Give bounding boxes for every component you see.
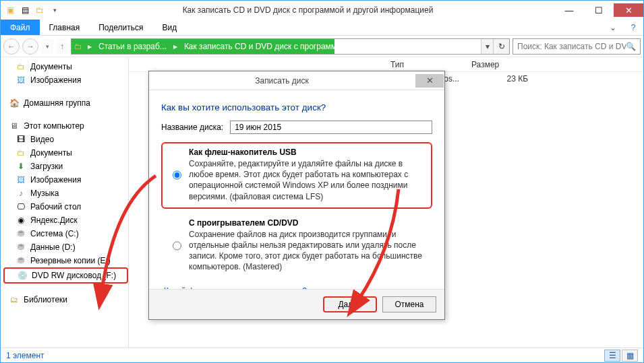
option-usb-desc: Сохраняйте, редактируйте и удаляйте файл…: [189, 158, 424, 202]
nav-recent-dropdown[interactable]: ▾: [41, 39, 53, 54]
option-cd-group: С проигрывателем CD/DVD Сохранение файло…: [161, 213, 432, 279]
nav-back-button[interactable]: ←: [3, 38, 20, 55]
tab-view[interactable]: Вид: [152, 20, 186, 35]
dialog-heading: Как вы хотите использовать этот диск?: [161, 102, 432, 112]
explorer-window: ▣ ▤ 🗀 ▾ Как записать CD и DVD диск с про…: [0, 0, 644, 363]
statusbar: 1 элемент ☰ ▦: [1, 348, 643, 362]
computer-icon: 🖥: [9, 121, 20, 131]
app-icon: ▣: [3, 3, 17, 17]
tree-item-pictures2[interactable]: 🖼Изображения: [3, 173, 128, 187]
nav-forward-button[interactable]: →: [22, 38, 38, 55]
tree-item-documents2[interactable]: 🗀Документы: [3, 146, 128, 160]
option-cd-radio[interactable]: [173, 219, 181, 273]
search-placeholder: Поиск: Как записать CD и DV...: [517, 42, 626, 51]
nav-up-button[interactable]: ↑: [56, 39, 68, 54]
col-size[interactable]: Размер: [466, 60, 533, 69]
help-icon[interactable]: ?: [623, 20, 643, 35]
music-icon: ♪: [16, 188, 26, 199]
search-input[interactable]: Поиск: Как записать CD и DV... 🔍: [513, 38, 641, 55]
address-dropdown-icon[interactable]: ▾: [481, 39, 493, 54]
address-bar[interactable]: 🗀 ▸ Статьи в разраб... ▸ Как записать CD…: [71, 38, 510, 55]
homegroup-icon: 🏠: [9, 98, 20, 108]
tree-item-downloads[interactable]: ⬇Загрузки: [3, 160, 128, 173]
tree-item-drive-d[interactable]: ⛃Данные (D:): [3, 240, 128, 254]
ribbon-expand-icon[interactable]: ⌄: [603, 20, 623, 35]
tree-item-yandexdisk[interactable]: ◉Яндекс.Диск: [3, 213, 128, 227]
option-usb-radio[interactable]: [173, 148, 181, 202]
folder-icon: 🗀: [16, 147, 26, 158]
drive-icon: ⛃: [16, 242, 26, 253]
column-headers: Тип Размер: [129, 57, 643, 72]
search-icon: 🔍: [626, 42, 636, 51]
tree-item-libraries[interactable]: 🗂Библиотеки: [3, 293, 128, 306]
refresh-button[interactable]: ↻: [493, 39, 509, 54]
next-button[interactable]: Далее: [323, 296, 377, 312]
breadcrumb-sep-icon[interactable]: ▸: [85, 39, 94, 54]
tree-item-documents[interactable]: 🗀Документы: [3, 60, 128, 73]
tree-item-music[interactable]: ♪Музыка: [3, 187, 128, 200]
breadcrumb-seg-2[interactable]: Как записать CD и DVD диск с программой …: [180, 39, 334, 54]
dialog-buttons: Далее Отмена: [149, 289, 444, 319]
pictures-icon: 🖼: [16, 75, 26, 86]
status-count: 1 элемент: [6, 351, 45, 360]
maximize-button[interactable]: ☐: [584, 3, 614, 17]
tab-home[interactable]: Главная: [40, 20, 90, 35]
breadcrumb-seg-1[interactable]: Статьи в разраб...: [94, 39, 171, 54]
dialog-titlebar: Записать диск ✕: [149, 71, 444, 90]
folder-icon: 🗀: [16, 61, 26, 72]
ribbon: Файл Главная Поделиться Вид ⌄ ?: [1, 20, 643, 36]
option-usb-group: Как флеш-накопитель USB Сохраняйте, реда…: [161, 142, 432, 209]
tree-item-homegroup[interactable]: 🏠Домашняя группа: [3, 96, 128, 110]
tree-item-drive-e[interactable]: ⛃Резервные копии (E:): [3, 254, 128, 267]
downloads-icon: ⬇: [16, 161, 26, 172]
video-icon: 🎞: [16, 134, 26, 145]
option-usb-title: Как флеш-накопитель USB: [189, 147, 297, 157]
cancel-button[interactable]: Отмена: [382, 296, 436, 312]
dvd-icon: 💿: [17, 270, 28, 281]
pictures-icon: 🖼: [16, 174, 26, 185]
option-cd[interactable]: С проигрывателем CD/DVD Сохранение файло…: [169, 218, 424, 273]
qat-dropdown-icon[interactable]: ▾: [48, 3, 61, 17]
titlebar: ▣ ▤ 🗀 ▾ Как записать CD и DVD диск с про…: [1, 1, 643, 20]
navbar: ← → ▾ ↑ 🗀 ▸ Статьи в разраб... ▸ Как зап…: [1, 36, 643, 57]
desktop-icon: 🖵: [16, 201, 26, 212]
tree-item-video[interactable]: 🎞Видео: [3, 133, 128, 146]
tree-item-pictures[interactable]: 🖼Изображения: [3, 73, 128, 87]
disc-label-row: Название диска:: [161, 121, 432, 134]
minimize-button[interactable]: —: [554, 3, 584, 17]
yadisk-icon: ◉: [16, 215, 26, 226]
breadcrumb-folder-icon: 🗀: [71, 39, 85, 54]
disc-label-input[interactable]: [230, 121, 432, 134]
tree-item-drive-c[interactable]: ⛃Система (C:): [3, 227, 128, 240]
option-cd-title: С проигрывателем CD/DVD: [189, 218, 299, 228]
dialog-close-button[interactable]: ✕: [415, 74, 444, 88]
drive-icon: ⛃: [16, 255, 26, 266]
breadcrumb-sep-icon[interactable]: ▸: [171, 39, 180, 54]
view-details-button[interactable]: ☰: [604, 350, 620, 362]
quick-access-toolbar: ▣ ▤ 🗀 ▾: [3, 3, 61, 17]
window-title: Как записать CD и DVD диск с программой …: [61, 5, 554, 15]
burn-disc-dialog: Записать диск ✕ Как вы хотите использова…: [148, 71, 445, 320]
qat-newfolder-icon[interactable]: 🗀: [33, 3, 47, 17]
tree-item-thispc[interactable]: 🖥Этот компьютер: [3, 119, 128, 133]
drive-icon: ⛃: [16, 228, 26, 239]
tab-share[interactable]: Поделиться: [89, 20, 152, 35]
tree-item-dvd-f[interactable]: 💿DVD RW дисковод (F:): [3, 267, 128, 284]
window-buttons: — ☐ ✕: [554, 3, 643, 17]
file-size: 23 КБ: [466, 74, 533, 84]
dialog-body: Как вы хотите использовать этот диск? На…: [149, 90, 444, 289]
view-icons-button[interactable]: ▦: [622, 350, 638, 362]
dialog-title: Записать диск: [149, 76, 415, 86]
libraries-icon: 🗂: [9, 294, 20, 305]
tab-file[interactable]: Файл: [1, 20, 40, 35]
option-cd-desc: Сохранение файлов на диск производится г…: [189, 229, 424, 273]
col-type[interactable]: Тип: [385, 60, 466, 69]
qat-properties-icon[interactable]: ▤: [18, 3, 32, 17]
close-button[interactable]: ✕: [614, 3, 643, 17]
tree-item-desktop[interactable]: 🖵Рабочий стол: [3, 200, 128, 213]
nav-tree: 🗀Документы 🖼Изображения 🏠Домашняя группа…: [1, 57, 129, 348]
disc-label-label: Название диска:: [161, 123, 223, 132]
option-usb[interactable]: Как флеш-накопитель USB Сохраняйте, реда…: [169, 147, 424, 202]
